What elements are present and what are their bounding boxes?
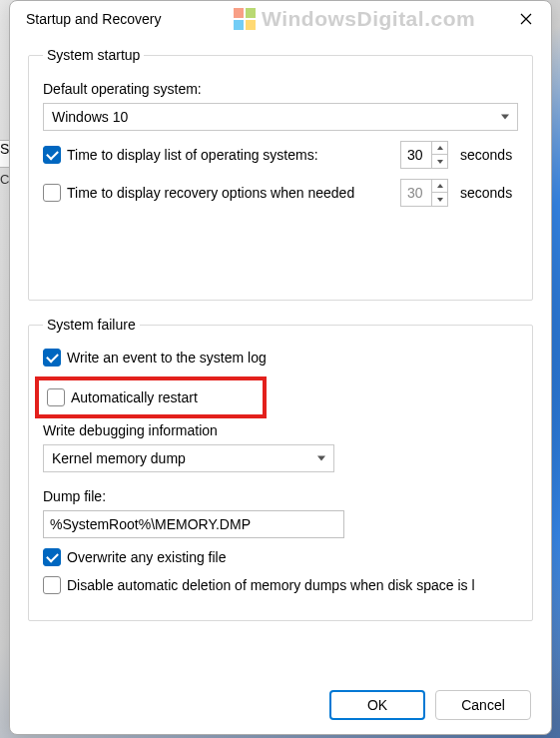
dialog-footer: OK Cancel [28, 686, 533, 720]
cancel-button[interactable]: Cancel [435, 690, 531, 720]
auto-restart-label: Automatically restart [71, 389, 198, 405]
overwrite-label: Overwrite any existing file [67, 549, 227, 565]
dialog-title: Startup and Recovery [26, 11, 161, 27]
seconds-unit: seconds [460, 147, 512, 163]
write-event-checkbox[interactable] [43, 349, 61, 367]
system-failure-legend: System failure [43, 317, 140, 333]
arrow-down-icon [437, 198, 443, 202]
display-recovery-seconds-input: 30 [400, 179, 448, 207]
auto-restart-checkbox[interactable] [47, 388, 65, 406]
seconds-unit: seconds [460, 185, 512, 201]
display-os-list-checkbox[interactable] [43, 146, 61, 164]
close-icon [520, 13, 532, 25]
dump-type-select[interactable]: Kernel memory dump [43, 444, 334, 472]
chevron-down-icon [317, 456, 325, 461]
system-failure-group: System failure Write an event to the sys… [28, 317, 533, 621]
arrow-up-icon [437, 184, 443, 188]
arrow-up-icon [437, 146, 443, 150]
ok-button[interactable]: OK [329, 690, 425, 720]
disable-deletion-label: Disable automatic deletion of memory dum… [67, 577, 475, 593]
titlebar: Startup and Recovery WindowsDigital.com [10, 1, 551, 37]
default-os-label: Default operating system: [43, 81, 518, 97]
display-recovery-label: Time to display recovery options when ne… [67, 185, 354, 201]
system-startup-legend: System startup [43, 47, 144, 63]
dump-file-input[interactable]: %SystemRoot%\MEMORY.DMP [43, 510, 344, 538]
startup-recovery-dialog: Startup and Recovery WindowsDigital.com … [9, 0, 552, 735]
spinner-up[interactable] [432, 142, 447, 155]
arrow-down-icon [437, 160, 443, 164]
default-os-value: Windows 10 [52, 109, 128, 125]
dump-type-value: Kernel memory dump [52, 450, 186, 466]
display-os-list-label: Time to display list of operating system… [67, 147, 318, 163]
spinner-down[interactable] [432, 155, 447, 168]
overwrite-checkbox[interactable] [43, 548, 61, 566]
watermark: WindowsDigital.com [234, 7, 475, 31]
seconds-spinner-disabled [431, 180, 447, 206]
system-startup-group: System startup Default operating system:… [28, 47, 533, 301]
default-os-select[interactable]: Windows 10 [43, 103, 518, 131]
disable-deletion-checkbox[interactable] [43, 576, 61, 594]
write-event-label: Write an event to the system log [67, 350, 267, 366]
highlight-box: Automatically restart [35, 376, 267, 418]
chevron-down-icon [501, 115, 509, 120]
display-os-list-seconds-input[interactable]: 30 [400, 141, 448, 169]
display-recovery-checkbox[interactable] [43, 184, 61, 202]
seconds-spinner[interactable] [431, 142, 447, 168]
windows-logo-icon [234, 8, 256, 30]
close-button[interactable] [507, 5, 545, 33]
write-debug-label: Write debugging information [43, 422, 518, 438]
dump-file-label: Dump file: [43, 488, 518, 504]
